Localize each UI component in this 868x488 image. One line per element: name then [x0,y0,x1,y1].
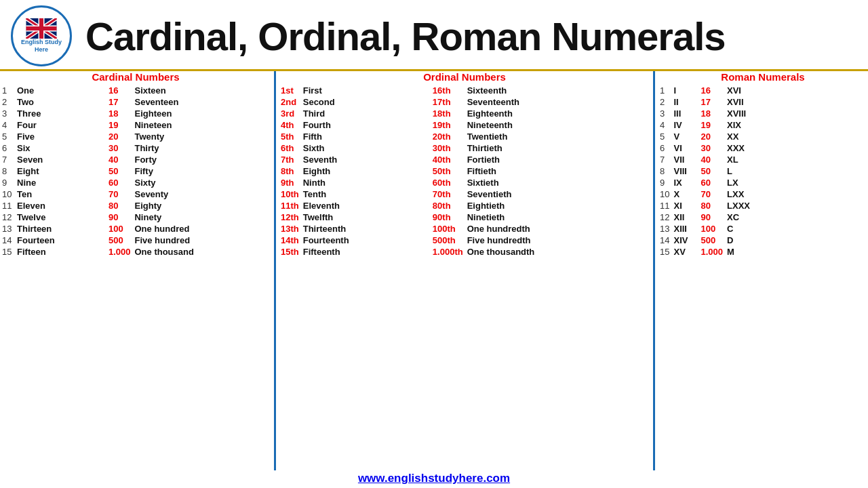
cardinal-num1: 12 [0,211,15,223]
table-row: 1 I 16 XVI [658,85,868,96]
cardinal-num2: 19 [106,119,133,131]
cardinal-num1: 15 [0,246,15,258]
ordinal-word1: Fourth [301,119,431,131]
table-row: 6 Six 30 Thirty [0,142,271,154]
ordinal-word1: Third [301,108,431,119]
roman-numeral1: XV [671,246,698,258]
roman-num1: 15 [658,246,671,258]
cardinal-num2: 80 [106,200,133,211]
ordinal-num2: 80th [431,200,465,211]
cardinal-num1: 8 [0,165,15,177]
ordinal-word2: Eightieth [465,200,650,211]
roman-numeral1: VII [671,154,698,165]
cardinal-num1: 3 [0,108,15,119]
ordinal-word2: Five hundredth [465,235,650,246]
cardinal-word2: Eighteen [132,108,271,119]
table-row: 4th Fourth 19th Nineteenth [279,119,650,131]
roman-num2: 90 [698,211,725,223]
cardinal-num2: 30 [106,142,133,154]
ordinal-num1: 6th [279,142,301,154]
roman-numeral2: XVIII [725,108,868,119]
table-row: 15 XV 1.000 M [658,246,868,258]
cardinal-word1: Three [15,108,106,119]
ordinal-word2: Twentieth [465,131,650,142]
cardinal-word1: Fourteen [15,235,106,246]
ordinal-word1: Twelfth [301,211,431,223]
ordinal-word1: Sixth [301,142,431,154]
ordinal-word1: Fourteenth [301,235,431,246]
ordinal-num1: 1st [279,85,301,96]
table-row: 7 VII 40 XL [658,154,868,165]
ordinal-word2: Fortieth [465,154,650,165]
cardinal-word2: One thousand [132,246,271,258]
cardinal-word2: Five hundred [132,235,271,246]
table-row: 11th Eleventh 80th Eightieth [279,200,650,211]
roman-numeral2: L [725,165,868,177]
table-row: 15 Fifteen 1.000 One thousand [0,246,271,258]
cardinal-num2: 17 [106,96,133,108]
table-row: 11 XI 80 LXXX [658,200,868,211]
roman-num1: 14 [658,235,671,246]
header: English Study Here Cardinal, Ordinal, Ro… [0,0,868,71]
roman-num2: 50 [698,165,725,177]
cardinal-word2: Twenty [132,131,271,142]
cardinal-word2: Ninety [132,211,271,223]
table-row: 2 II 17 XVII [658,96,868,108]
roman-num1: 4 [658,119,671,131]
cardinal-word2: Fifty [132,165,271,177]
roman-num1: 12 [658,211,671,223]
ordinal-word2: Eighteenth [465,108,650,119]
table-row: 4 IV 19 XIX [658,119,868,131]
roman-num1: 1 [658,85,671,96]
content-area: Cardinal Numbers 1 One 16 Sixteen 2 Two … [0,71,868,470]
divider-2 [653,71,655,470]
roman-numeral2: XX [725,131,868,142]
table-row: 8 Eight 50 Fifty [0,165,271,177]
roman-numeral2: XXX [725,142,868,154]
cardinal-word1: Seven [15,154,106,165]
ordinal-num2: 90th [431,211,465,223]
ordinal-section: Ordinal Numbers 1st First 16th Sixteenth… [279,71,650,470]
table-row: 13th Thirteenth 100th One hundredth [279,223,650,235]
cardinal-word1: Thirteen [15,223,106,235]
roman-numeral1: V [671,131,698,142]
roman-numeral1: I [671,85,698,96]
roman-num2: 20 [698,131,725,142]
roman-num2: 19 [698,119,725,131]
ordinal-num2: 19th [431,119,465,131]
ordinal-num2: 100th [431,223,465,235]
table-row: 2nd Second 17th Seventeenth [279,96,650,108]
cardinal-num2: 70 [106,188,133,200]
cardinal-num2: 50 [106,165,133,177]
ordinal-num1: 5th [279,131,301,142]
table-row: 2 Two 17 Seventeen [0,96,271,108]
cardinal-num2: 40 [106,154,133,165]
cardinal-word2: Seventy [132,188,271,200]
ordinal-word1: Eleventh [301,200,431,211]
table-row: 3rd Third 18th Eighteenth [279,108,650,119]
table-row: 8th Eighth 50th Fiftieth [279,165,650,177]
roman-num2: 500 [698,235,725,246]
table-row: 9th Ninth 60th Sixtieth [279,177,650,188]
roman-numeral1: XI [671,200,698,211]
table-row: 10th Tenth 70th Seventieth [279,188,650,200]
table-row: 6th Sixth 30th Thirtieth [279,142,650,154]
ordinal-word1: Thirteenth [301,223,431,235]
roman-numeral2: LXX [725,188,868,200]
ordinal-word2: Ninetieth [465,211,650,223]
cardinal-num2: 16 [106,85,133,96]
ordinal-num1: 15th [279,246,301,258]
ordinal-word2: Seventieth [465,188,650,200]
ordinal-word2: Thirtieth [465,142,650,154]
table-row: 9 Nine 60 Sixty [0,177,271,188]
flag-icon [26,18,57,39]
ordinal-num1: 8th [279,165,301,177]
table-row: 14 Fourteen 500 Five hundred [0,235,271,246]
roman-numeral1: II [671,96,698,108]
ordinal-word2: Seventeenth [465,96,650,108]
table-row: 7 Seven 40 Forty [0,154,271,165]
website-link[interactable]: www.englishstudyhere.com [358,472,510,485]
roman-title: Roman Numerals [658,71,868,83]
cardinal-word1: Fifteen [15,246,106,258]
table-row: 1 One 16 Sixteen [0,85,271,96]
